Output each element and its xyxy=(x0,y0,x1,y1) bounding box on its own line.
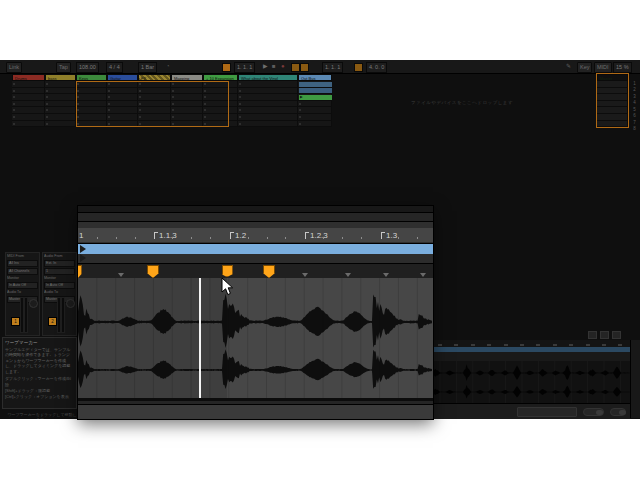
start-end-marker-lane[interactable] xyxy=(78,254,433,264)
monitor-mode-buttons[interactable]: In Auto Off xyxy=(7,282,38,289)
tap-tempo-button[interactable]: Tap xyxy=(56,62,71,73)
input-type-chooser[interactable]: All Ins xyxy=(7,260,38,267)
track-number-badge[interactable]: 1 xyxy=(11,317,20,326)
tempo-field[interactable]: 108.00 xyxy=(76,62,99,73)
clip-slot[interactable] xyxy=(45,88,76,95)
clip-view-tab-2[interactable] xyxy=(600,331,609,339)
clip-slot[interactable] xyxy=(238,94,298,101)
scene-number[interactable]: 3 xyxy=(630,94,639,99)
automation-arm-button[interactable] xyxy=(300,63,309,72)
follow-toggle[interactable] xyxy=(222,63,231,72)
track-header-7[interactable]: + 10 Expansion xyxy=(203,74,238,81)
stop-button[interactable]: ■ xyxy=(272,63,276,70)
midi-map-button[interactable]: MIDI xyxy=(594,62,612,73)
session-record-button[interactable] xyxy=(291,63,300,72)
punch-in-button[interactable] xyxy=(354,63,363,72)
clip-slot[interactable] xyxy=(12,94,45,101)
time-signature-field[interactable]: 4 / 4 xyxy=(106,62,123,73)
track-header-1[interactable]: Drums xyxy=(12,74,45,81)
scene-number[interactable]: 1 xyxy=(630,81,639,86)
track-header-6[interactable]: Mapping xyxy=(171,74,203,81)
clip-slot[interactable] xyxy=(298,101,332,108)
clip-slot[interactable] xyxy=(12,81,45,88)
loop-length-field[interactable]: 4. 0. 0 xyxy=(366,62,387,73)
clip-slot[interactable] xyxy=(298,114,332,121)
scene-number[interactable]: 7 xyxy=(630,120,639,125)
pan-knob[interactable] xyxy=(66,299,75,308)
clip-slot[interactable] xyxy=(12,88,45,95)
session-clip[interactable]: ▶ xyxy=(299,95,332,100)
scene-number[interactable]: 4 xyxy=(630,100,639,105)
highlight-rect-master xyxy=(596,73,629,128)
clip-slot[interactable] xyxy=(12,101,45,108)
scene-number[interactable]: 2 xyxy=(630,87,639,92)
transient-marker-icon[interactable] xyxy=(420,273,426,277)
warp-marker-1.2-dragging[interactable] xyxy=(222,265,233,277)
clip-view-right-scrollbar[interactable] xyxy=(630,340,640,418)
clip-slot[interactable] xyxy=(45,101,76,108)
clip-view-tab-3[interactable] xyxy=(612,331,621,339)
warp-marker-1.2.2[interactable] xyxy=(263,265,275,278)
clip-slot[interactable] xyxy=(298,107,332,114)
track-header-4[interactable]: Guitar xyxy=(107,74,138,81)
clip-view-tab-1[interactable] xyxy=(588,331,597,339)
clip-slot[interactable] xyxy=(238,81,298,88)
draw-mode-icon[interactable]: ✎ xyxy=(566,63,571,70)
metronome-icon[interactable]: ◔ xyxy=(166,63,170,70)
play-button[interactable]: ▶ xyxy=(263,63,268,70)
input-channel-chooser[interactable]: All Channels xyxy=(7,268,38,275)
start-marker-icon[interactable] xyxy=(80,254,86,262)
clip-slot[interactable] xyxy=(45,81,76,88)
clip-scroll-box[interactable] xyxy=(517,407,577,417)
clip-slot[interactable] xyxy=(45,121,76,128)
clip-toggle-1[interactable] xyxy=(583,408,604,416)
clip-slot[interactable] xyxy=(12,114,45,121)
pan-knob[interactable] xyxy=(29,299,38,308)
session-clip[interactable] xyxy=(299,82,332,87)
warp-marker-1.1.3[interactable] xyxy=(147,265,159,278)
track-header-3[interactable]: Keys xyxy=(76,74,107,81)
clip-slot[interactable] xyxy=(12,121,45,128)
clip-slot[interactable] xyxy=(238,88,298,95)
loop-start-field[interactable]: 1. 1. 1 xyxy=(322,62,343,73)
clip-slot[interactable] xyxy=(238,101,298,108)
warp-marker-1[interactable] xyxy=(78,265,82,278)
beat-time-ruler[interactable]: 11.1.31.21.2.31.3 xyxy=(78,222,433,242)
track-header-2[interactable]: bass xyxy=(45,74,76,81)
clip-start-marker-icon[interactable] xyxy=(80,245,86,253)
scene-number[interactable]: 8 xyxy=(630,126,639,131)
warp-marker-lane[interactable] xyxy=(78,264,433,279)
monitor-mode-buttons[interactable]: In Auto Off xyxy=(44,282,75,289)
clip-toggle-2[interactable] xyxy=(610,408,626,416)
track-header-8[interactable]: What about the Vinyl xyxy=(238,74,298,81)
waveform-area[interactable] xyxy=(78,278,433,398)
input-channel-chooser[interactable]: 1 xyxy=(44,268,75,275)
clip-slot[interactable] xyxy=(45,107,76,114)
clip-slot[interactable] xyxy=(238,121,298,128)
transient-marker-icon[interactable] xyxy=(118,273,124,277)
transient-marker-icon[interactable] xyxy=(345,273,351,277)
scene-number[interactable]: 6 xyxy=(630,113,639,118)
clip-slot[interactable] xyxy=(238,107,298,114)
record-button[interactable]: ● xyxy=(281,63,285,70)
clip-slot[interactable] xyxy=(45,94,76,101)
scene-number[interactable]: 5 xyxy=(630,107,639,112)
overlay-scrollbar-strip[interactable] xyxy=(78,404,433,419)
ruler-minor-tick xyxy=(248,237,249,239)
clip-slot[interactable] xyxy=(238,114,298,121)
input-type-chooser[interactable]: Ext. In xyxy=(44,260,75,267)
clip-slot[interactable] xyxy=(45,114,76,121)
track-header-5[interactable]: FX xyxy=(138,74,171,81)
key-map-button[interactable]: Key xyxy=(577,62,592,73)
quantize-menu[interactable]: 1 Bar xyxy=(138,62,157,73)
session-clip[interactable] xyxy=(299,88,332,93)
clip-slot[interactable] xyxy=(298,121,332,128)
transient-marker-icon[interactable] xyxy=(302,273,308,277)
ruler-minor-tick xyxy=(172,237,173,239)
clip-slot[interactable] xyxy=(12,107,45,114)
transient-marker-icon[interactable] xyxy=(383,273,389,277)
link-button[interactable]: Link xyxy=(6,62,22,73)
ruler-label-1: 1 xyxy=(79,231,83,240)
track-number-badge[interactable]: 2 xyxy=(48,317,57,326)
track-header-9[interactable]: Out Bus xyxy=(298,74,332,81)
